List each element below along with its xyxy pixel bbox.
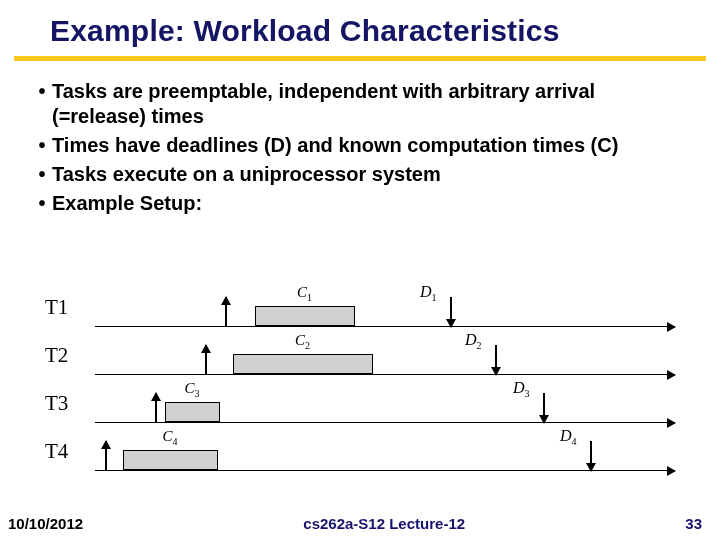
- computation-box: [255, 306, 355, 326]
- deadline-arrow-icon: [495, 345, 497, 375]
- computation-box: [233, 354, 373, 374]
- footer-course: cs262a-S12 Lecture-12: [303, 515, 465, 532]
- timeline-diagram: T1 C1 D1 T2 C2 D2 T3 C3 D3 T4: [45, 285, 675, 490]
- c-label: C2: [295, 332, 310, 351]
- task-label: T3: [45, 391, 68, 416]
- bullet-item: •Example Setup:: [32, 191, 670, 216]
- task-row: T1 C1 D1: [45, 285, 675, 333]
- timeline-axis: [95, 374, 675, 375]
- task-label: T2: [45, 343, 68, 368]
- c-label: C4: [163, 428, 178, 447]
- c-label: C3: [185, 380, 200, 399]
- timeline-axis: [95, 326, 675, 327]
- computation-box: [165, 402, 220, 422]
- footer: 10/10/2012 cs262a-S12 Lecture-12 33: [0, 515, 720, 532]
- arrow-right-icon: [667, 370, 676, 380]
- d-label: D3: [513, 379, 530, 399]
- slide-title: Example: Workload Characteristics: [50, 14, 720, 48]
- bullet-item: •Tasks execute on a uniprocessor system: [32, 162, 670, 187]
- footer-date: 10/10/2012: [8, 515, 83, 532]
- slide: Example: Workload Characteristics •Tasks…: [0, 0, 720, 540]
- task-row: T4 C4 D4: [45, 429, 675, 477]
- arrow-right-icon: [667, 466, 676, 476]
- c-label: C1: [297, 284, 312, 303]
- task-label: T4: [45, 439, 68, 464]
- task-row: T2 C2 D2: [45, 333, 675, 381]
- bullet-list: •Tasks are preemptable, independent with…: [0, 61, 720, 216]
- bullet-item: •Tasks are preemptable, independent with…: [32, 79, 670, 129]
- release-arrow-icon: [205, 345, 207, 375]
- bullet-dot-icon: •: [32, 133, 52, 158]
- task-label: T1: [45, 295, 68, 320]
- release-arrow-icon: [155, 393, 157, 423]
- computation-box: [123, 450, 218, 470]
- deadline-arrow-icon: [450, 297, 452, 327]
- bullet-text: Times have deadlines (D) and known compu…: [52, 133, 670, 158]
- bullet-text: Tasks execute on a uniprocessor system: [52, 162, 670, 187]
- bullet-text: Tasks are preemptable, independent with …: [52, 79, 670, 129]
- d-label: D4: [560, 427, 577, 447]
- d-label: D2: [465, 331, 482, 351]
- arrow-right-icon: [667, 418, 676, 428]
- deadline-arrow-icon: [590, 441, 592, 471]
- bullet-dot-icon: •: [32, 162, 52, 187]
- deadline-arrow-icon: [543, 393, 545, 423]
- bullet-text: Example Setup:: [52, 191, 670, 216]
- release-arrow-icon: [225, 297, 227, 327]
- timeline-axis: [95, 422, 675, 423]
- bullet-item: •Times have deadlines (D) and known comp…: [32, 133, 670, 158]
- footer-page-number: 33: [685, 515, 702, 532]
- release-arrow-icon: [105, 441, 107, 471]
- title-wrap: Example: Workload Characteristics: [0, 0, 720, 48]
- bullet-dot-icon: •: [32, 79, 52, 104]
- bullet-dot-icon: •: [32, 191, 52, 216]
- d-label: D1: [420, 283, 437, 303]
- arrow-right-icon: [667, 322, 676, 332]
- task-row: T3 C3 D3: [45, 381, 675, 429]
